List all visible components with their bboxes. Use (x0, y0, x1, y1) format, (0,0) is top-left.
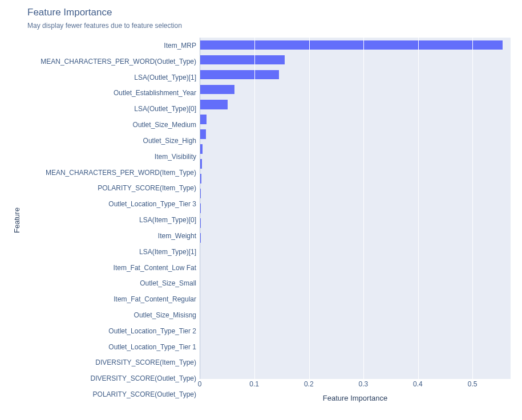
bar-row[interactable] (200, 290, 511, 305)
x-axis-ticks: 00.10.20.30.40.5 (200, 379, 511, 390)
bar[interactable] (200, 40, 503, 50)
y-tick-label: Item_MRP (22, 38, 197, 54)
bar-row[interactable] (200, 349, 511, 364)
bar-row[interactable] (200, 52, 511, 67)
y-tick-label: MEAN_CHARACTERS_PER_WORD(Item_Type) (22, 165, 197, 181)
y-tick-label: LSA(Item_Type)[1] (22, 244, 197, 260)
y-tick-label: Outlet_Size_Small (22, 275, 197, 291)
gridline (309, 38, 310, 379)
y-tick-label: Item_Weight (22, 228, 197, 244)
y-tick-label: DIVERSITY_SCORE(Item_Type) (22, 355, 197, 371)
bar[interactable] (200, 55, 285, 65)
y-tick-label: DIVERSITY_SCORE(Outlet_Type) (22, 370, 197, 386)
bar[interactable] (200, 129, 206, 139)
plot-area[interactable] (200, 38, 511, 379)
bar-row[interactable] (200, 156, 511, 171)
y-tick-label: POLARITY_SCORE(Item_Type) (22, 180, 197, 196)
bar[interactable] (200, 218, 201, 228)
bar-row[interactable] (200, 186, 511, 201)
bar-row[interactable] (200, 231, 511, 246)
x-tick-label: 0.3 (358, 380, 368, 388)
feature-importance-panel: Feature Importance May display fewer fea… (0, 0, 522, 420)
bar[interactable] (200, 144, 203, 154)
bar-row[interactable] (200, 171, 511, 186)
x-tick-label: 0.5 (468, 380, 478, 388)
y-tick-label: Item_Fat_Content_Regular (22, 291, 197, 307)
y-tick-label: LSA(Outlet_Type)[1] (22, 70, 197, 85)
bar[interactable] (200, 115, 207, 124)
bar-row[interactable] (200, 246, 511, 260)
bar-row[interactable] (200, 97, 511, 112)
gridline (418, 38, 419, 379)
y-tick-label: LSA(Item_Type)[0] (22, 212, 197, 228)
x-axis-title: Feature Importance (200, 394, 511, 402)
y-tick-label: MEAN_CHARACTERS_PER_WORD(Outlet_Type) (22, 54, 197, 70)
chart-subtitle: May display fewer features due to featur… (27, 22, 511, 30)
y-tick-label: Outlet_Location_Type_Tier 2 (22, 323, 197, 339)
x-tick-label: 0 (198, 380, 202, 388)
y-tick-label: Outlet_Location_Type_Tier 3 (22, 196, 197, 212)
bar[interactable] (200, 203, 201, 213)
gridline (254, 38, 255, 379)
bar-row[interactable] (200, 335, 511, 349)
bar-row[interactable] (200, 320, 511, 335)
y-tick-label: Outlet_Establishment_Year (22, 85, 197, 101)
bar-row[interactable] (200, 216, 511, 231)
y-axis-title: Feature (11, 38, 22, 402)
y-tick-label: LSA(Outlet_Type)[0] (22, 101, 197, 117)
bar-row[interactable] (200, 82, 511, 97)
x-tick-label: 0.2 (304, 380, 314, 388)
bar-row[interactable] (200, 305, 511, 320)
bar-row[interactable] (200, 260, 511, 275)
bar[interactable] (200, 189, 201, 198)
y-tick-label: Item_Fat_Content_Low Fat (22, 260, 197, 276)
y-tick-label: Outlet_Size_Misisng (22, 307, 197, 323)
x-tick-label: 0.1 (249, 380, 259, 388)
y-tick-label: POLARITY_SCORE(Outlet_Type) (22, 386, 197, 402)
gridline (363, 38, 364, 379)
y-tick-label: Outlet_Location_Type_Tier 1 (22, 339, 197, 355)
bar-row[interactable] (200, 38, 511, 52)
bar-row[interactable] (200, 112, 511, 127)
bar[interactable] (200, 174, 201, 184)
y-axis-labels: Item_MRPMEAN_CHARACTERS_PER_WORD(Outlet_… (22, 38, 200, 402)
bar[interactable] (200, 70, 279, 80)
bar[interactable] (200, 233, 201, 243)
gridline (472, 38, 473, 379)
chart-area: Feature Item_MRPMEAN_CHARACTERS_PER_WORD… (11, 38, 511, 402)
bar-row[interactable] (200, 141, 511, 156)
y-tick-label: Item_Visibility (22, 149, 197, 165)
bar-row[interactable] (200, 201, 511, 216)
bar[interactable] (200, 159, 202, 169)
bar-row[interactable] (200, 127, 511, 141)
bar-row[interactable] (200, 364, 511, 379)
bar-row[interactable] (200, 275, 511, 290)
y-tick-label: Outlet_Size_High (22, 133, 197, 149)
bar-row[interactable] (200, 67, 511, 82)
x-tick-label: 0.4 (413, 380, 423, 388)
y-tick-label: Outlet_Size_Medium (22, 117, 197, 133)
bar[interactable] (200, 100, 228, 109)
bar[interactable] (200, 85, 234, 95)
chart-title: Feature Importance (27, 7, 511, 18)
